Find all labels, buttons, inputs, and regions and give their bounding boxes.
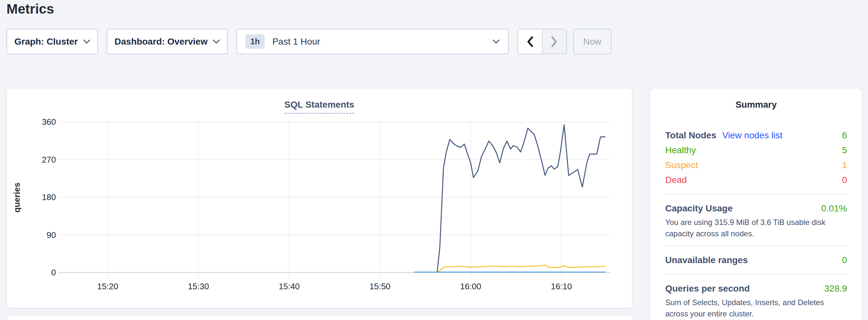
- chart-plot[interactable]: 15:2015:3015:4015:5016:0016:100901802703…: [7, 89, 632, 308]
- chevron-right-icon: [551, 36, 558, 47]
- divider: [665, 274, 847, 275]
- time-range-selector[interactable]: 1h Past 1 Hour: [237, 29, 509, 54]
- prev-time-button[interactable]: [518, 29, 542, 54]
- svg-text:15:40: 15:40: [279, 282, 300, 291]
- suspect-label: Suspect: [665, 160, 698, 170]
- svg-text:180: 180: [42, 192, 56, 202]
- unavailable-ranges-row: Unavailable ranges 0: [665, 253, 847, 268]
- chevron-left-icon: [526, 36, 534, 47]
- total-nodes-label: Total Nodes: [665, 130, 716, 140]
- svg-text:15:30: 15:30: [188, 282, 209, 291]
- svg-text:0: 0: [52, 268, 56, 277]
- chevron-down-icon: [213, 39, 220, 44]
- time-range-label: Past 1 Hour: [272, 36, 320, 47]
- total-nodes-value: 6: [842, 130, 847, 140]
- chevron-down-icon: [493, 39, 500, 44]
- metrics-page: Metrics Graph: Cluster Dashboard: Overvi…: [0, 0, 868, 320]
- page-title: Metrics: [6, 1, 54, 17]
- summary-title: Summary: [665, 100, 847, 110]
- unavailable-ranges-value: 0: [842, 255, 847, 265]
- queries-per-second-label: Queries per second: [665, 284, 750, 294]
- summary-panel: Summary Total Nodes View nodes list 6 He…: [650, 88, 862, 320]
- svg-text:90: 90: [46, 230, 56, 240]
- healthy-value: 5: [842, 145, 847, 156]
- healthy-label: Healthy: [665, 145, 696, 156]
- suspect-value: 1: [842, 160, 847, 170]
- next-chart-card: [6, 315, 632, 320]
- sql-statements-chart-card: SQL Statements 15:2015:3015:4015:5016:00…: [6, 88, 632, 308]
- graph-dropdown[interactable]: Graph: Cluster: [6, 29, 98, 54]
- time-range-badge: 1h: [245, 34, 265, 49]
- svg-text:360: 360: [42, 117, 56, 127]
- view-nodes-list-link[interactable]: View nodes list: [722, 130, 782, 140]
- dead-nodes-row: Dead 0: [665, 172, 847, 188]
- svg-text:queries: queries: [12, 183, 22, 213]
- dead-label: Dead: [665, 175, 687, 185]
- capacity-usage-row: Capacity Usage 0.01%: [665, 201, 847, 216]
- queries-per-second-description: Sum of Selects, Updates, Inserts, and De…: [665, 297, 847, 319]
- svg-text:15:50: 15:50: [369, 282, 390, 291]
- chevron-down-icon: [83, 39, 90, 44]
- healthy-nodes-row: Healthy 5: [665, 143, 847, 158]
- unavailable-ranges-label: Unavailable ranges: [665, 255, 748, 265]
- dead-value: 0: [842, 175, 847, 185]
- capacity-usage-description: You are using 315.9 MiB of 3.6 TiB usabl…: [665, 217, 847, 239]
- now-button[interactable]: Now: [573, 29, 612, 54]
- divider: [665, 194, 847, 195]
- divider: [665, 246, 847, 246]
- svg-text:16:10: 16:10: [551, 282, 572, 291]
- total-nodes-row: Total Nodes View nodes list 6: [665, 128, 847, 143]
- time-pager: [518, 29, 567, 54]
- suspect-nodes-row: Suspect 1: [665, 158, 847, 172]
- queries-per-second-value: 328.9: [824, 284, 847, 294]
- dashboard-dropdown-label: Dashboard: Overview: [115, 36, 208, 47]
- graph-dropdown-label: Graph: Cluster: [14, 36, 78, 47]
- capacity-usage-value: 0.01%: [822, 203, 847, 214]
- capacity-usage-label: Capacity Usage: [665, 203, 733, 214]
- dashboard-dropdown[interactable]: Dashboard: Overview: [107, 29, 228, 54]
- svg-text:15:20: 15:20: [97, 282, 118, 291]
- svg-text:270: 270: [42, 155, 56, 164]
- queries-per-second-row: Queries per second 328.9: [665, 281, 847, 296]
- next-time-button[interactable]: [542, 29, 567, 54]
- svg-text:16:00: 16:00: [460, 282, 481, 291]
